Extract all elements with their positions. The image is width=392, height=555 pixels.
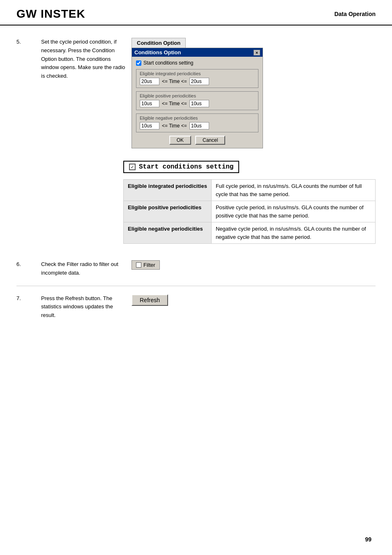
table-desc: Positive cycle period, in ns/us/ms/s. GL… bbox=[211, 201, 375, 222]
table-term: Eligible positive periodicities bbox=[124, 201, 212, 222]
step-7-row: 7. Press the Refresh button. The statist… bbox=[16, 294, 376, 320]
negative-legend: Eligible negative periodicities bbox=[140, 116, 255, 120]
table-term: Eligible integrated periodicities bbox=[124, 180, 212, 201]
table-desc: Negative cycle period, in ns/us/ms/s. GL… bbox=[211, 222, 375, 244]
negative-operator: <= Time <= bbox=[162, 123, 187, 129]
dialog-close-button[interactable]: × bbox=[254, 50, 260, 56]
positive-val1[interactable] bbox=[140, 100, 159, 107]
negative-val1[interactable] bbox=[140, 122, 159, 130]
dialog-title: Conditions Option bbox=[134, 49, 181, 56]
step-5-row: 5. Set the cycle period condition, if ne… bbox=[16, 38, 376, 148]
table-row: Eligible negative periodicitiesNegative … bbox=[124, 222, 376, 244]
dialog-body: Start conditions setting Eligible integr… bbox=[132, 57, 263, 148]
section-title: Data Operation bbox=[334, 11, 376, 17]
periodicities-table: Eligible integrated periodicitiesFull cy… bbox=[123, 179, 376, 244]
integrated-operator: <= Time <= bbox=[162, 79, 187, 84]
page-header: GW INSTEK Data Operation bbox=[0, 0, 392, 25]
table-row: Eligible integrated periodicitiesFull cy… bbox=[124, 180, 376, 201]
negative-periodicities-group: Eligible negative periodicities <= Time … bbox=[136, 113, 258, 132]
filter-checkbox[interactable] bbox=[136, 262, 141, 268]
step-6-row: 6. Check the Filter radio to filter out … bbox=[16, 260, 376, 286]
condition-option-tab[interactable]: Condition Option bbox=[131, 38, 186, 48]
step-6-text: Check the Filter radio to filter out inc… bbox=[41, 260, 131, 278]
integrated-val1[interactable] bbox=[140, 78, 159, 85]
positive-time-row: <= Time <= bbox=[140, 100, 255, 107]
filter-label: Filter bbox=[143, 262, 155, 268]
step-5-text: Set the cycle period condition, if neces… bbox=[41, 38, 131, 81]
integrated-val2[interactable] bbox=[189, 78, 209, 85]
positive-legend: Eligible positive periodicities bbox=[140, 93, 255, 98]
table-row: Eligible positive periodicitiesPositive … bbox=[124, 201, 376, 222]
refresh-button[interactable]: Refresh bbox=[131, 294, 168, 306]
page-number: 99 bbox=[365, 536, 371, 543]
ok-button[interactable]: OK bbox=[169, 136, 191, 145]
negative-val2[interactable] bbox=[189, 122, 209, 130]
page-content: 5. Set the cycle period condition, if ne… bbox=[0, 25, 392, 349]
integrated-periodicities-group: Eligible integrated periodicities <= Tim… bbox=[136, 69, 258, 88]
positive-val2[interactable] bbox=[189, 100, 209, 107]
start-conditions-content: ✓ Start conditions setting Eligible inte… bbox=[123, 161, 376, 252]
start-conditions-checked-icon: ✓ bbox=[129, 164, 136, 170]
cancel-button[interactable]: Cancel bbox=[195, 136, 225, 145]
conditions-option-dialog: Conditions Option × Start conditions set… bbox=[131, 48, 263, 148]
step-7-visual: Refresh bbox=[131, 294, 376, 306]
step-5-visual: Condition Option Conditions Option × Sta… bbox=[131, 38, 376, 148]
integrated-legend: Eligible integrated periodicities bbox=[140, 71, 255, 76]
dialog-titlebar: Conditions Option × bbox=[132, 48, 263, 57]
start-conditions-label: Start conditions setting bbox=[143, 60, 193, 66]
dialog-buttons: OK Cancel bbox=[136, 136, 258, 145]
step-6-number: 6. bbox=[16, 260, 41, 267]
table-term: Eligible negative periodicities bbox=[124, 222, 212, 244]
integrated-time-row: <= Time <= bbox=[140, 78, 255, 85]
start-conditions-checkbox-row: Start conditions setting bbox=[136, 60, 258, 66]
start-conditions-section: ✓ Start conditions setting Eligible inte… bbox=[16, 161, 376, 252]
negative-time-row: <= Time <= bbox=[140, 122, 255, 130]
start-conditions-box-label: Start conditions setting bbox=[139, 163, 233, 171]
step-5-number: 5. bbox=[16, 38, 41, 45]
start-conditions-checkbox[interactable] bbox=[136, 60, 141, 66]
positive-periodicities-group: Eligible positive periodicities <= Time … bbox=[136, 91, 258, 110]
table-desc: Full cycle period, in ns/us/ms/s. GLA co… bbox=[211, 180, 375, 201]
filter-box: Filter bbox=[131, 260, 160, 270]
step-6-visual: Filter bbox=[131, 260, 376, 270]
logo: GW INSTEK bbox=[16, 7, 85, 21]
positive-operator: <= Time <= bbox=[162, 101, 187, 106]
step-7-number: 7. bbox=[16, 294, 41, 301]
start-conditions-box: ✓ Start conditions setting bbox=[123, 161, 239, 173]
step-7-text: Press the Refresh button. The statistics… bbox=[41, 294, 131, 320]
